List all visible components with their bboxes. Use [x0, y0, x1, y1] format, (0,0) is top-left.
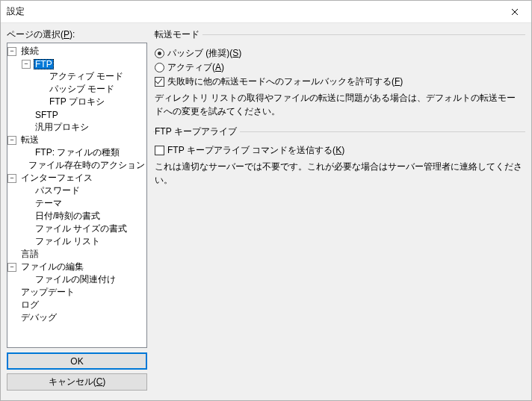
dialog-buttons: OK キャンセル(C) [7, 352, 147, 394]
page-select-label: ページの選択(P): [7, 28, 147, 41]
tree-item-datetime-format[interactable]: 日付/時刻の書式 [7, 210, 146, 223]
radio-row-active[interactable]: アクティブ(A) [155, 61, 524, 74]
tree-item-language[interactable]: 言語 [7, 248, 146, 261]
right-column: 転送モード パッシブ (推奨)(S) アクティブ(A) 失敗時に他の転送モードへ… [153, 28, 525, 394]
tree-item-file-list[interactable]: ファイル リスト [7, 235, 146, 248]
group-keepalive: FTP キープアライブ FTP キープアライブ コマンドを送信する(K) これは… [153, 125, 525, 187]
tree-item-update[interactable]: アップデート [7, 286, 146, 299]
tree-item-active-mode[interactable]: アクティブ モード [7, 70, 146, 83]
tree-item-theme[interactable]: テーマ [7, 197, 146, 210]
check-keepalive-label: FTP キープアライブ コマンドを送信する(K) [167, 144, 344, 157]
page-tree[interactable]: −接続 −FTP アクティブ モード パッシブ モード FTP プロキシ SF [7, 43, 147, 348]
tree-item-ftp-proxy[interactable]: FTP プロキシ [7, 96, 146, 108]
radio-active[interactable] [155, 63, 164, 72]
tree-item-ftp[interactable]: −FTP [7, 57, 146, 70]
window-title: 設定 [7, 5, 498, 18]
group-transfer-mode: 転送モード パッシブ (推奨)(S) アクティブ(A) 失敗時に他の転送モードへ… [153, 28, 525, 118]
radio-passive[interactable] [155, 49, 164, 58]
tree-item-file-editing[interactable]: −ファイルの編集 [7, 261, 146, 273]
tree-item-transfer[interactable]: −転送 [7, 134, 146, 146]
close-button[interactable] [498, 1, 531, 23]
check-fallback[interactable] [155, 77, 164, 87]
tree-item-sftp[interactable]: SFTP [7, 108, 146, 121]
dialog-body: ページの選択(P): −接続 −FTP アクティブ モード パッシブ モード F… [1, 23, 531, 400]
check-fallback-label: 失敗時に他の転送モードへのフォールバックを許可する(F) [167, 75, 403, 88]
check-row-fallback[interactable]: 失敗時に他の転送モードへのフォールバックを許可する(F) [155, 75, 524, 88]
tree-item-interface[interactable]: −インターフェイス [7, 172, 146, 184]
legend-keepalive: FTP キープアライブ [155, 125, 240, 138]
transfer-mode-desc: ディレクトリ リストの取得やファイルの転送に問題がある場合は、デフォルトの転送モ… [155, 91, 524, 118]
tree-item-log[interactable]: ログ [7, 299, 146, 311]
tree-item-filesize-format[interactable]: ファイル サイズの書式 [7, 223, 146, 235]
settings-window: 設定 ページの選択(P): −接続 −FTP アクティブ モード [0, 0, 532, 401]
tree-item-ftp-filetypes[interactable]: FTP: ファイルの種類 [7, 146, 146, 159]
left-column: ページの選択(P): −接続 −FTP アクティブ モード パッシブ モード F… [7, 28, 147, 394]
close-icon [511, 8, 519, 16]
legend-transfer-mode: 転送モード [155, 28, 202, 41]
check-keepalive[interactable] [155, 146, 164, 155]
radio-row-passive[interactable]: パッシブ (推奨)(S) [155, 47, 524, 60]
radio-active-label: アクティブ(A) [167, 61, 224, 74]
tree-item-passive-mode[interactable]: パッシブ モード [7, 83, 146, 96]
keepalive-desc: これは適切なサーバーでは不要です。これが必要な場合はサーバー管理者に連絡してくだ… [155, 160, 524, 187]
tree-item-connection[interactable]: −接続 [7, 45, 146, 57]
tree-item-password[interactable]: パスワード [7, 184, 146, 197]
tree-item-file-assoc[interactable]: ファイルの関連付け [7, 273, 146, 286]
radio-passive-label: パッシブ (推奨)(S) [167, 47, 241, 60]
check-row-keepalive[interactable]: FTP キープアライブ コマンドを送信する(K) [155, 144, 524, 157]
tree-item-file-exists-action[interactable]: ファイル存在時のアクション [7, 159, 146, 172]
titlebar: 設定 [1, 1, 531, 23]
tree-item-debug[interactable]: デバッグ [7, 311, 146, 324]
cancel-button[interactable]: キャンセル(C) [7, 373, 147, 391]
tree-item-generic-proxy[interactable]: 汎用プロキシ [7, 121, 146, 134]
ok-button[interactable]: OK [7, 352, 147, 370]
